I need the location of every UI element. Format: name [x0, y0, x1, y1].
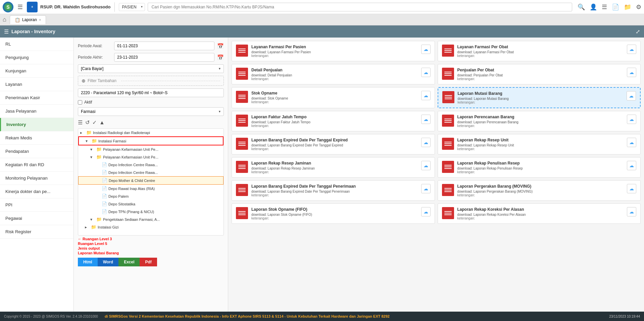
- html-button[interactable]: Html: [78, 258, 98, 266]
- tree-item-pelayanan1[interactable]: ▾ 📁 Pelayanan Kefarmasian Unit Pe...: [78, 145, 224, 153]
- periode-akhir-input[interactable]: [114, 53, 214, 62]
- folder-icon[interactable]: 📁: [624, 3, 631, 11]
- tree-item-pengelolaan[interactable]: ▾ 📁 Pengelolaan Sediaan Farmasi, A...: [78, 215, 224, 223]
- report-card-laporan-rekap-koreksi-per-alasan[interactable]: Laporan Rekap Koreksi Per Alasan downloa…: [438, 203, 641, 224]
- settings-icon[interactable]: ⚙: [636, 3, 641, 11]
- report-card-detail-penjualan[interactable]: Detail Penjualan download: Detail Penjua…: [232, 64, 435, 84]
- page-menu-icon[interactable]: ☰: [4, 28, 9, 35]
- tree-item-depo-rawat[interactable]: 📄 Depo Rawat Inap Atas (RIA): [78, 185, 224, 192]
- report-card-layanan-farmasi-per-pasien[interactable]: Layanan Farmasi Per Pasien download: Lay…: [232, 41, 435, 61]
- download-btn-laporan-mutasi-barang[interactable]: ☁: [627, 91, 636, 101]
- nav-item-ppi[interactable]: PPI: [0, 198, 73, 212]
- filter-tambahan[interactable]: ⊕ Filter Tambahan: [78, 76, 224, 86]
- report-card-stok-opname[interactable]: Stok Opname download: Stok Opname ketera…: [232, 87, 435, 108]
- expand-radiologi[interactable]: ▸: [80, 130, 85, 135]
- tree-item-depo-infection1[interactable]: 📄 Depo Infection Centre Rawa...: [78, 161, 224, 169]
- report-card-laporan-rekap-resep-jaminan[interactable]: Laporan Rekap Resep Jaminan download: La…: [232, 157, 435, 178]
- aktif-checkbox[interactable]: [78, 100, 82, 105]
- download-btn-laporan-barang-expired-penerimaan[interactable]: ☁: [421, 184, 431, 193]
- expand-icon[interactable]: ⤢: [636, 28, 640, 35]
- document-icon[interactable]: 📄: [612, 3, 619, 11]
- download-btn-laporan-pergerakan-barang[interactable]: ☁: [627, 184, 636, 193]
- report-card-penjualan-per-obat[interactable]: Penjualan Per Obat download: Penjualan P…: [438, 64, 641, 84]
- nav-item-pegawai[interactable]: Pegawai: [0, 212, 73, 225]
- download-btn-laporan-barang-expired-tanggal[interactable]: ☁: [421, 138, 431, 147]
- report-card-laporan-rekap-penulisan-resep[interactable]: Laporan Rekap Penulisan Resep download: …: [438, 157, 641, 178]
- download-btn-laporan-rekap-resep-unit[interactable]: ☁: [627, 138, 636, 147]
- download-btn-layanan-farmasi-per-pasien[interactable]: ☁: [421, 45, 431, 54]
- add-user-icon[interactable]: 👤: [590, 3, 597, 11]
- home-icon[interactable]: ⌂: [3, 16, 6, 23]
- periode-awal-input[interactable]: [114, 42, 214, 50]
- tree-item-depo-palem[interactable]: 📄 Depo Palem: [78, 192, 224, 200]
- tree-item-depo-infection2[interactable]: 📄 Depo Infection Centre Rawa...: [78, 169, 224, 176]
- nav-item-kunjungan[interactable]: Kunjungan: [0, 64, 73, 78]
- calendar-akhir-icon[interactable]: 📅: [217, 54, 224, 61]
- download-btn-penjualan-per-obat[interactable]: ☁: [627, 68, 636, 77]
- close-tab-icon[interactable]: ×: [39, 18, 41, 22]
- tree-item-radiologi[interactable]: ▸ 📁 Instalasi Radiologi dan Radioterapi: [78, 129, 224, 136]
- refresh-icon[interactable]: ↺: [85, 119, 90, 126]
- drug-input[interactable]: [78, 88, 224, 97]
- nav-item-pendapatan[interactable]: Pendapatan: [0, 145, 73, 158]
- search-icon[interactable]: 🔍: [578, 3, 585, 11]
- tree-item-depo-sitostatika[interactable]: 📄 Depo Sitostatika: [78, 200, 224, 208]
- nav-item-rl[interactable]: RL: [0, 38, 73, 51]
- nav-item-jasa-pelayanan[interactable]: Jasa Pelayanan: [0, 105, 73, 118]
- report-card-laporan-barang-expired-penerimaan[interactable]: Laporan Barang Expired Date Per Tanggal …: [232, 180, 435, 201]
- download-btn-laporan-rekap-resep-jaminan[interactable]: ☁: [421, 161, 431, 170]
- download-btn-laporan-rekap-penulisan-resep[interactable]: ☁: [627, 161, 636, 170]
- list-view-icon[interactable]: ☰: [78, 119, 83, 126]
- tree-item-depo-mother[interactable]: 📄 Depo Mother & Child Centre: [78, 176, 224, 185]
- nav-item-monitoring[interactable]: Monitoring Pelayanan: [0, 172, 73, 185]
- report-card-laporan-stok-opname-fifo[interactable]: Laporan Stok Opname (FIFO) download: Lap…: [232, 203, 435, 224]
- word-button[interactable]: Word: [98, 258, 118, 266]
- pasien-select[interactable]: PASIEN: [119, 3, 145, 11]
- nav-item-rekam-medis[interactable]: Rekam Medis: [0, 131, 73, 145]
- expand-pelayanan1[interactable]: ▾: [90, 147, 95, 152]
- calendar-awal-icon[interactable]: 📅: [217, 43, 224, 49]
- download-btn-laporan-stok-opname-fifo[interactable]: ☁: [421, 207, 431, 216]
- download-btn-laporan-rekap-koreksi-per-alasan[interactable]: ☁: [627, 207, 636, 216]
- expand-pelayanan2[interactable]: ▾: [90, 155, 95, 159]
- tree-item-depo-tpn[interactable]: 📄 Depo TPN (Pinang & NICU): [78, 208, 224, 215]
- nav-item-penerimaan-kasir[interactable]: Penerimaan Kasir: [0, 91, 73, 105]
- report-card-layanan-farmasi-per-obat[interactable]: Layanan Farmasi Per Obat download: Layan…: [438, 41, 641, 61]
- cara-bayar-select[interactable]: [Cara Bayar]: [78, 64, 224, 73]
- patient-search-input[interactable]: [148, 3, 572, 11]
- tree-item-gizi[interactable]: ▸ 📁 Instalasi Gizi: [78, 223, 224, 231]
- report-card-laporan-barang-expired-tanggal[interactable]: Laporan Barang Expired Date Per Tanggal …: [232, 134, 435, 154]
- list-icon[interactable]: ☰: [602, 3, 607, 11]
- collapse-icon[interactable]: ▲: [99, 120, 105, 126]
- nav-item-kinerja[interactable]: Kinerja dokter dan pe...: [0, 185, 73, 198]
- excel-button[interactable]: Excel: [118, 258, 140, 266]
- farmasi-select[interactable]: Farmasi: [78, 107, 224, 116]
- report-card-laporan-faktur-jatuh-tempo[interactable]: Laporan Faktur Jatuh Tempo download: Lap…: [232, 111, 435, 131]
- report-card-laporan-rekap-resep-unit[interactable]: Laporan Rekap Resep Unit download: Lapor…: [438, 134, 641, 154]
- expand-gizi[interactable]: ▸: [85, 225, 90, 230]
- farmasi-label: Instalasi Farmasi: [98, 139, 126, 143]
- nav-item-inventory[interactable]: Inventory: [0, 118, 73, 131]
- tree-item-farmasi[interactable]: ▾ 📁 Instalasi Farmasi: [78, 136, 224, 145]
- tree-item-pelayanan2[interactable]: ▾ 📁 Pelayanan Kefarmasian Unit Pe...: [78, 153, 224, 161]
- laporan-tab[interactable]: 📋 Laporan ×: [10, 15, 46, 24]
- report-card-laporan-pergerakan-barang[interactable]: Laporan Pergerakan Barang (MOVING) downl…: [438, 180, 641, 201]
- report-card-laporan-mutasi-barang[interactable]: Laporan Mutasi Barang download: Laporan …: [438, 87, 641, 108]
- nav-item-pengunjung[interactable]: Pengunjung: [0, 51, 73, 64]
- nav-item-layanan[interactable]: Layanan: [0, 78, 73, 91]
- expand-pengelolaan[interactable]: ▾: [90, 217, 95, 222]
- report-card-laporan-perencanaan-barang[interactable]: Laporan Perencanaan Barang download: Lap…: [438, 111, 641, 131]
- download-btn-laporan-perencanaan-barang[interactable]: ☁: [627, 115, 636, 124]
- check-icon[interactable]: ✓: [92, 119, 97, 126]
- nav-item-kegiatan[interactable]: Kegiatan RI dan RD: [0, 158, 73, 172]
- download-btn-layanan-farmasi-per-obat[interactable]: ☁: [627, 45, 636, 54]
- aktif-row: Aktif: [78, 100, 224, 105]
- nav-item-risk-register[interactable]: Risk Register: [0, 225, 73, 239]
- download-btn-laporan-faktur-jatuh-tempo[interactable]: ☁: [421, 115, 431, 124]
- expand-farmasi[interactable]: ▾: [86, 139, 90, 143]
- hamburger-icon[interactable]: ☰: [16, 2, 24, 12]
- download-btn-detail-penjualan[interactable]: ☁: [421, 68, 431, 77]
- pdf-button[interactable]: Pdf: [140, 258, 157, 266]
- download-btn-stok-opname[interactable]: ☁: [421, 91, 431, 100]
- report-thumb: [236, 68, 248, 80]
